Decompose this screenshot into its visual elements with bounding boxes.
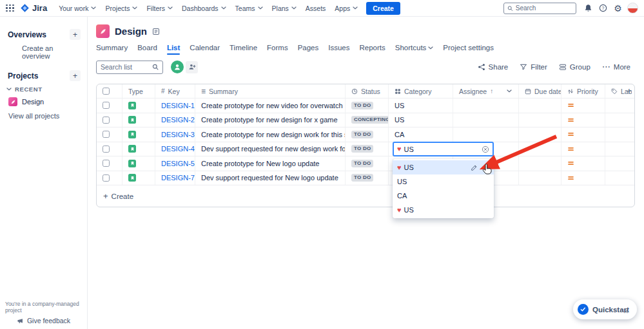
tab-timeline[interactable]: Timeline <box>229 44 257 55</box>
nav-item-assets[interactable]: Assets <box>302 3 330 14</box>
recent-section-toggle[interactable]: RECENT <box>5 82 82 95</box>
column-header-labels[interactable]: Labels + <box>605 84 634 98</box>
view-all-projects-link[interactable]: View all projects <box>5 109 82 123</box>
tab-summary[interactable]: Summary <box>96 44 128 55</box>
nav-item-dashboards[interactable]: Dashboards <box>178 3 230 14</box>
issue-key-link[interactable]: DESIGN-2 <box>161 116 195 124</box>
issue-summary[interactable]: Create prototype for new design work for… <box>195 127 346 142</box>
row-checkbox[interactable] <box>102 102 110 109</box>
column-header-due-date[interactable]: Due date <box>519 84 561 98</box>
global-create-button[interactable]: Create <box>366 2 400 15</box>
issue-key-link[interactable]: DESIGN-4 <box>161 145 195 153</box>
tab-board[interactable]: Board <box>137 44 157 55</box>
status-badge[interactable]: TO DO <box>351 102 373 109</box>
nav-item-teams[interactable]: Teams <box>231 3 267 14</box>
tab-issues[interactable]: Issues <box>328 44 349 55</box>
clear-field-icon[interactable] <box>482 146 489 153</box>
notifications-bell-icon[interactable] <box>581 1 595 15</box>
column-menu-chevron-icon[interactable] <box>507 89 512 93</box>
due-date-cell[interactable] <box>519 127 561 142</box>
select-all-checkbox[interactable] <box>102 88 110 95</box>
column-header-priority[interactable]: Priority <box>561 84 605 98</box>
column-header-type[interactable]: Type <box>122 84 155 98</box>
category-edit-field[interactable]: ♥ US <box>393 142 494 156</box>
issue-key-link[interactable]: DESIGN-7 <box>161 174 195 182</box>
add-column-button[interactable]: + <box>627 87 631 96</box>
table-row[interactable]: DESIGN-7 Dev support requested for New l… <box>97 171 634 186</box>
labels-cell[interactable] <box>605 156 634 171</box>
issue-key-link[interactable]: DESIGN-3 <box>161 131 195 138</box>
global-search-box[interactable] <box>503 3 576 14</box>
status-badge[interactable]: TO DO <box>351 145 373 153</box>
row-checkbox[interactable] <box>102 160 110 167</box>
nav-item-apps[interactable]: Apps <box>331 3 362 14</box>
dropdown-option[interactable]: CA <box>393 189 494 203</box>
column-header-assignee[interactable]: Assignee ↑ <box>453 84 519 98</box>
status-badge[interactable]: CONCEPTING <box>351 116 389 124</box>
category-cell[interactable]: CA <box>389 127 453 142</box>
give-feedback-button[interactable]: Give feedback <box>0 317 87 324</box>
table-row[interactable]: DESIGN-5 Create prototype for New logo u… <box>97 156 634 171</box>
issue-summary[interactable]: Create prototype for new video for overw… <box>195 99 346 113</box>
labels-cell[interactable] <box>605 99 634 113</box>
user-avatar[interactable] <box>627 3 638 14</box>
create-project-button[interactable]: + <box>70 70 81 81</box>
labels-cell[interactable] <box>605 142 634 156</box>
tab-reports[interactable]: Reports <box>360 44 385 55</box>
tab-pages[interactable]: Pages <box>298 44 319 55</box>
app-switcher-icon[interactable] <box>6 5 14 12</box>
set-icon[interactable] <box>152 28 160 35</box>
nav-item-your-work[interactable]: Your work <box>55 3 100 14</box>
dropdown-option[interactable]: ♥ US <box>393 160 494 174</box>
sidebar-item-design-project[interactable]: Design <box>5 95 82 109</box>
table-row[interactable]: DESIGN-2 Create prototype for new design… <box>97 113 634 128</box>
add-people-button[interactable] <box>186 61 198 73</box>
assignee-cell[interactable] <box>453 99 519 113</box>
issue-summary[interactable]: Dev support requested for New logo updat… <box>195 171 346 185</box>
nav-item-projects[interactable]: Projects <box>101 3 141 14</box>
list-search-input[interactable] <box>101 63 150 71</box>
share-button[interactable]: Share <box>473 61 513 73</box>
edit-option-icon[interactable] <box>471 164 478 171</box>
status-badge[interactable]: TO DO <box>351 174 373 182</box>
table-row[interactable]: DESIGN-3 Create prototype for new design… <box>97 127 634 142</box>
table-create-button[interactable]: + Create <box>103 192 133 200</box>
issue-key-link[interactable]: DESIGN-5 <box>161 160 195 167</box>
delete-option-icon[interactable] <box>482 164 489 171</box>
due-date-cell[interactable] <box>519 156 561 171</box>
tab-shortcuts[interactable]: Shortcuts <box>395 44 434 55</box>
due-date-cell[interactable] <box>519 99 561 113</box>
column-header-summary[interactable]: ≡ Summary <box>195 84 346 98</box>
global-search-input[interactable] <box>516 5 572 12</box>
column-header-status[interactable]: Status <box>346 84 389 98</box>
issue-summary[interactable]: Create prototype for New logo update <box>195 156 346 171</box>
sidebar-item-create-overview[interactable]: Create an overview <box>5 41 82 63</box>
add-overview-button[interactable]: + <box>70 29 81 40</box>
assignee-cell[interactable] <box>453 127 519 142</box>
column-header-key[interactable]: # Key <box>155 84 195 98</box>
status-badge[interactable]: TO DO <box>351 160 373 167</box>
list-search-box[interactable] <box>96 61 163 74</box>
help-icon[interactable]: ? <box>596 1 610 15</box>
tab-list[interactable]: List <box>167 44 180 55</box>
quickstart-dismiss-icon[interactable]: × <box>621 306 631 317</box>
labels-cell[interactable] <box>605 171 634 185</box>
status-badge[interactable]: TO DO <box>351 131 373 138</box>
tab-forms[interactable]: Forms <box>267 44 288 55</box>
table-row[interactable]: DESIGN-1 Create prototype for new video … <box>97 99 634 113</box>
tab-calendar[interactable]: Calendar <box>190 44 220 55</box>
sort-ascending-icon[interactable]: ↑ <box>490 88 493 95</box>
issue-summary[interactable]: Dev support requested for new design wor… <box>195 142 346 156</box>
nav-item-plans[interactable]: Plans <box>268 3 300 14</box>
column-header-category[interactable]: Category <box>389 84 453 98</box>
assignee-cell[interactable] <box>453 113 519 127</box>
due-date-cell[interactable] <box>519 113 561 127</box>
more-button[interactable]: ⋯ More <box>598 61 635 73</box>
labels-cell[interactable] <box>605 113 634 127</box>
category-cell[interactable]: US <box>389 113 453 127</box>
tab-project-settings[interactable]: Project settings <box>443 44 494 55</box>
row-checkbox[interactable] <box>102 174 110 182</box>
row-checkbox[interactable] <box>102 146 110 153</box>
dropdown-option[interactable]: ♥ US <box>393 203 494 217</box>
due-date-cell[interactable] <box>519 171 561 185</box>
